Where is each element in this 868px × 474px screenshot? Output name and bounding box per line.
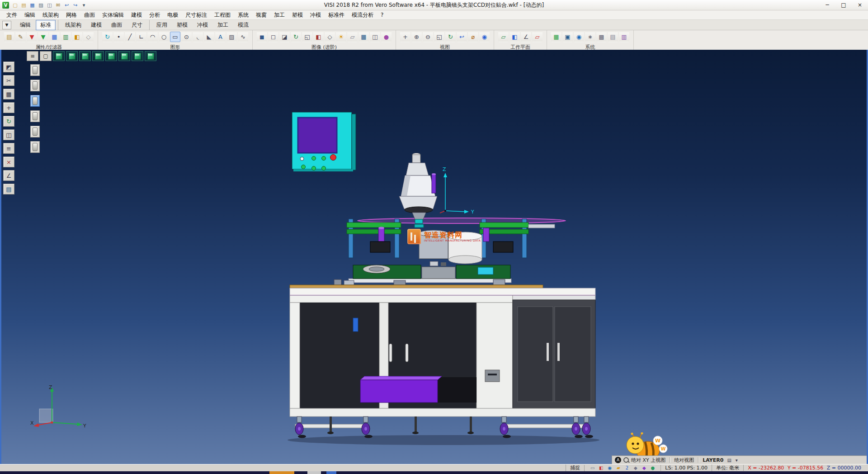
background-icon[interactable]: ▦ [359, 32, 369, 42]
hidden-line-icon[interactable]: ◪ [279, 32, 290, 42]
chamfer-icon[interactable]: ◣ [204, 32, 214, 42]
lighting-icon[interactable]: ☀ [336, 32, 346, 42]
layer-manager-icon[interactable]: ▤ [3, 184, 14, 194]
wireframe-view-icon[interactable]: ◻ [268, 32, 278, 42]
ribbon-tab[interactable]: 加工 [213, 20, 233, 30]
rotate-icon[interactable]: ↻ [3, 116, 14, 127]
workplane-new-icon[interactable]: ◧ [509, 32, 520, 42]
taskbar-app-indicator[interactable] [326, 471, 336, 474]
workplane-reset-icon[interactable]: ▱ [532, 32, 542, 42]
menu-item[interactable]: ? [377, 11, 387, 19]
print-preview-icon[interactable]: ◫ [45, 1, 54, 9]
properties-icon[interactable]: ▤ [4, 32, 14, 42]
filter-remove-icon[interactable]: ▼ [38, 32, 48, 42]
polyline-icon[interactable]: ∟ [136, 32, 146, 42]
measure-tool-icon[interactable]: ∠ [3, 170, 14, 181]
menu-item[interactable]: 网格 [62, 11, 80, 19]
color-table-icon[interactable]: ▦ [551, 32, 561, 42]
filter-slot-5-icon[interactable] [30, 126, 40, 137]
ribbon-tab[interactable]: 塑模 [172, 20, 192, 30]
zoom-window-icon[interactable]: ◱ [434, 32, 444, 42]
zoom-in-icon[interactable]: ⊕ [411, 32, 422, 42]
save-icon[interactable]: ▦ [28, 1, 37, 9]
new-file-icon[interactable]: ▢ [11, 1, 19, 9]
redraw-icon[interactable]: ↻ [102, 32, 113, 42]
keyboard-icon[interactable]: ▭ [589, 465, 596, 471]
menu-item[interactable]: 电极 [164, 11, 182, 19]
workplane-align-icon[interactable]: ∠ [521, 32, 531, 42]
search-icon[interactable] [623, 457, 629, 463]
close-button[interactable]: × [852, 0, 868, 10]
absolute-view-label[interactable]: 绝对视图 [674, 457, 694, 464]
ellipse-icon[interactable]: ⊙ [181, 32, 192, 42]
ribbon-tab[interactable]: 尺寸 [127, 20, 147, 30]
menu-item[interactable]: 视窗 [252, 11, 270, 19]
layer-filter-icon[interactable]: ▥ [61, 32, 71, 42]
filter-slot-2-icon[interactable] [30, 80, 40, 91]
previous-view-icon[interactable]: ↩ [457, 32, 467, 42]
point-icon[interactable]: • [113, 32, 124, 42]
curve-icon[interactable]: ∿ [238, 32, 248, 42]
ribbon-tab[interactable]: 建模 [86, 20, 106, 30]
filter-clear-icon[interactable]: ◇ [83, 32, 94, 42]
arc-icon[interactable]: ◠ [147, 32, 158, 42]
measure-icon[interactable]: ⌀ [468, 32, 478, 42]
ribbon-tab[interactable]: 模流 [233, 20, 253, 30]
filter-add-icon[interactable]: ▼ [27, 32, 37, 42]
ribbon-tab[interactable]: 应用 [152, 20, 172, 30]
iso-view-4-icon[interactable] [92, 51, 104, 61]
transparency-icon[interactable]: ▱ [347, 32, 358, 42]
menu-item[interactable]: 编辑 [21, 11, 39, 19]
text-icon[interactable]: A [215, 32, 226, 42]
dynamic-rotate-icon[interactable]: ↻ [291, 32, 301, 42]
windows-taskbar[interactable] [0, 471, 868, 474]
view-mode-label[interactable]: 绝对 XY 上视图 [631, 457, 665, 464]
fillet-icon[interactable]: ◟ [193, 32, 203, 42]
minimize-button[interactable]: ─ [819, 0, 835, 10]
undo-icon[interactable]: ↩ [62, 1, 71, 9]
grid-options-icon[interactable]: ▩ [596, 32, 607, 42]
annotation-badge-icon[interactable]: A [615, 457, 621, 463]
iso-view-2-icon[interactable] [66, 51, 78, 61]
render-icon[interactable]: ● [381, 32, 392, 42]
menu-item[interactable]: 塑模 [288, 11, 307, 19]
snap-grid-icon[interactable]: ▦ [3, 89, 14, 100]
tab-list-dropdown-icon[interactable]: ▼ [2, 21, 11, 29]
layer-list-icon[interactable]: ▤ [726, 457, 733, 463]
line-icon[interactable]: ╱ [125, 32, 135, 42]
menu-item[interactable]: 线架构 [39, 11, 62, 19]
rotate-view-icon[interactable]: ↻ [445, 32, 456, 42]
options-icon[interactable]: ∗ [585, 32, 595, 42]
blank-view-icon[interactable]: ▢ [40, 51, 52, 61]
pan-view-icon[interactable]: + [400, 32, 410, 42]
iso-view-1-icon[interactable] [53, 51, 65, 61]
offset-icon[interactable]: ≡ [3, 143, 14, 154]
redo-icon[interactable]: ↪ [71, 1, 80, 9]
menu-item[interactable]: 文件 [3, 11, 21, 19]
mirror-icon[interactable]: ◫ [3, 129, 14, 140]
shaded-view-icon[interactable]: ◼ [257, 32, 267, 42]
select-icon[interactable]: ◩ [3, 62, 14, 72]
taskbar-app-indicator[interactable] [269, 471, 294, 474]
open-file-icon[interactable]: ▤ [19, 1, 28, 9]
move-icon[interactable]: + [3, 102, 14, 113]
iso-view-8-icon[interactable] [145, 51, 156, 61]
snap-toggle[interactable]: 捕捉 [566, 465, 584, 471]
active-layer-label[interactable]: LAYER0 [703, 457, 723, 463]
delete-icon[interactable]: × [3, 156, 14, 167]
globe-status-icon[interactable]: ◉ [606, 465, 613, 471]
maximize-button[interactable]: □ [835, 0, 852, 10]
tools-status-icon[interactable]: ◆ [632, 465, 639, 471]
viewport-canvas[interactable]: ≡ ▢ ◩✂▦+↻◫≡×∠▤ [0, 50, 868, 464]
menu-item[interactable]: 尺寸标注 [182, 11, 211, 19]
solid-status-icon[interactable]: ◆ [640, 465, 648, 471]
view-menu-icon[interactable]: ≡ [27, 51, 38, 61]
attribute-paint-icon[interactable]: ◧ [72, 32, 82, 42]
taskbar-app-indicator[interactable] [307, 471, 321, 474]
email-icon[interactable]: ✉ [54, 1, 62, 9]
filter-slot-4-icon[interactable] [30, 110, 40, 122]
help-status-icon[interactable]: 2 [623, 465, 631, 471]
iso-view-5-icon[interactable] [105, 51, 117, 61]
snapshot-icon[interactable]: ◫ [370, 32, 380, 42]
zoom-out-icon[interactable]: ⊖ [423, 32, 433, 42]
